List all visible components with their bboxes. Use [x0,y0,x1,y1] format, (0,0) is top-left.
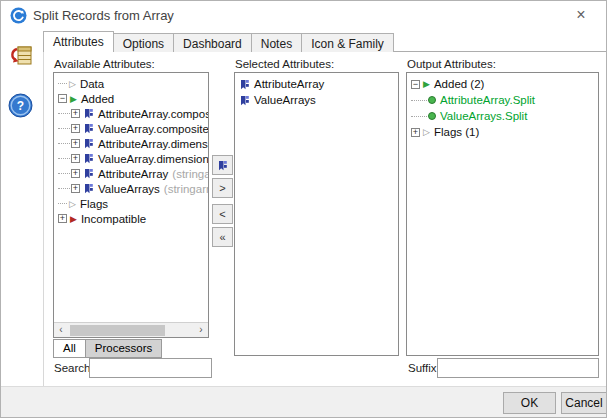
attribute-icon [239,79,250,90]
close-icon[interactable]: × [570,5,592,25]
tab-dashboard[interactable]: Dashboard [173,33,252,52]
tree-connector [58,173,70,174]
attribute-icon [83,168,94,179]
scroll-left-icon[interactable]: ‹ [54,323,68,338]
tree-item-label: ValueArray.dimensioned [98,153,209,165]
collapse-icon[interactable]: − [411,80,420,89]
tree-item-added[interactable]: − ▶ Added [54,91,208,106]
tab-notes[interactable]: Notes [251,33,302,52]
expand-icon[interactable]: + [71,124,80,133]
tree-item-valuearrays[interactable]: + ValueArrays (stringarray) [54,181,208,196]
page-title: Split Records from Array [33,8,174,23]
move-right-button[interactable]: > [212,178,233,198]
tree-item-attributearray-composites[interactable]: + AttributeArray.composites [54,106,208,121]
tree-item-label: Added [81,93,114,105]
app-icon [10,7,27,24]
horizontal-scrollbar[interactable]: ‹ › [54,322,208,337]
scrollbar-thumb[interactable] [70,325,165,336]
search-label: Search [54,362,90,374]
expand-icon[interactable]: + [71,139,80,148]
cancel-button[interactable]: Cancel [561,392,607,414]
folder-arrow-icon: ▷ [69,199,76,209]
tree-connector [58,83,67,84]
filter-tab-all[interactable]: All [53,339,86,358]
attribute-type-suffix: (stringarray) [172,168,209,180]
tab-icon-family[interactable]: Icon & Family [301,33,394,52]
filter-tab-processors[interactable]: Processors [85,339,163,358]
tree-item-label: AttributeArray [98,168,168,180]
tree-item-label: AttributeArray.dimensioned [98,138,209,150]
output-attributes-tree: − ▶ Added (2) AttributeArray.Split Value… [407,73,598,140]
tree-item-label: AttributeArray.Split [440,94,535,106]
selected-attributes-panel: AttributeArray ValueArrays [234,72,399,356]
available-attributes-panel: ▷ Data − ▶ Added + AttributeArray.compos… [53,72,209,338]
search-input[interactable] [89,358,212,378]
tree-item-data[interactable]: ▷ Data [54,76,208,91]
attribute-icon [83,153,94,164]
tree-item-label: Flags (1) [434,126,479,138]
output-attribute-icon [428,112,436,120]
tree-item-attributearray-split[interactable]: AttributeArray.Split [407,92,598,108]
expand-icon[interactable]: + [58,214,67,223]
move-left-button[interactable]: < [212,204,233,224]
added-folder-arrow-icon: ▶ [70,94,77,104]
list-item-label: ValueArrays [254,94,316,106]
suffix-label: Suffix [408,362,437,374]
expand-icon[interactable]: + [71,109,80,118]
tree-item-label: Data [80,78,104,90]
tab-attributes[interactable]: Attributes [43,31,114,52]
list-item-valuearrays[interactable]: ValueArrays [235,92,398,108]
add-attribute-button[interactable] [212,155,233,175]
tree-item-label: ValueArrays.Split [440,110,527,122]
tree-item-flags[interactable]: ▷ Flags [54,196,208,211]
tree-item-added-group[interactable]: − ▶ Added (2) [407,76,598,92]
split-records-dialog: Split Records from Array × ? Attributes … [0,0,607,418]
tree-connector [411,100,427,101]
added-folder-arrow-icon: ▶ [423,79,430,89]
tree-item-valuearrays-split[interactable]: ValueArrays.Split [407,108,598,124]
attribute-icon [239,95,250,106]
tree-connector [58,128,70,129]
tree-item-label: Flags [80,198,108,210]
available-attributes-label: Available Attributes: [54,58,155,70]
output-attribute-icon [428,96,436,104]
expand-icon[interactable]: + [71,169,80,178]
tree-item-label: AttributeArray.composites [98,108,209,120]
suffix-input[interactable] [437,358,599,378]
tree-item-attributearray-dimensioned[interactable]: + AttributeArray.dimensioned (stringarra… [54,136,208,151]
tree-connector [58,188,70,189]
folder-arrow-icon: ▷ [423,127,430,137]
tree-item-incompatible[interactable]: + ▶ Incompatible [54,211,208,226]
tree-connector [58,143,70,144]
expand-icon[interactable]: + [71,154,80,163]
filter-tab-bar: All Processors [53,339,161,358]
attribute-type-suffix: (stringarray) [164,183,209,195]
tree-item-valuearray-dimensioned[interactable]: + ValueArray.dimensioned (stringarray) [54,151,208,166]
list-item-label: AttributeArray [254,78,324,90]
help-icon[interactable]: ? [8,93,33,118]
move-all-left-button[interactable]: « [212,227,233,247]
collapse-icon[interactable]: − [58,94,67,103]
tree-connector [58,203,67,204]
tree-connector [411,116,427,117]
tree-item-label: Incompatible [81,213,146,225]
tree-connector [58,113,70,114]
scroll-right-icon[interactable]: › [194,323,208,338]
expand-icon[interactable]: + [71,184,80,193]
ok-button[interactable]: OK [503,392,556,414]
title-bar: Split Records from Array × [1,1,606,30]
attribute-icon [83,138,94,149]
output-attributes-label: Output Attributes: [407,58,496,70]
output-attributes-panel: − ▶ Added (2) AttributeArray.Split Value… [406,72,599,356]
tree-item-attributearray[interactable]: + AttributeArray (stringarray) [54,166,208,181]
tab-options[interactable]: Options [113,33,174,52]
attribute-icon [217,160,228,171]
expand-icon[interactable]: + [411,128,420,137]
incompatible-folder-arrow-icon: ▶ [70,214,77,224]
tree-item-flags-group[interactable]: + ▷ Flags (1) [407,124,598,140]
list-item-attributearray[interactable]: AttributeArray [235,76,398,92]
attribute-icon [83,183,94,194]
dialog-footer: OK Cancel [1,386,606,418]
tree-item-valuearray-composites[interactable]: + ValueArray.composites (stringarray) [54,121,208,136]
attribute-icon [83,108,94,119]
